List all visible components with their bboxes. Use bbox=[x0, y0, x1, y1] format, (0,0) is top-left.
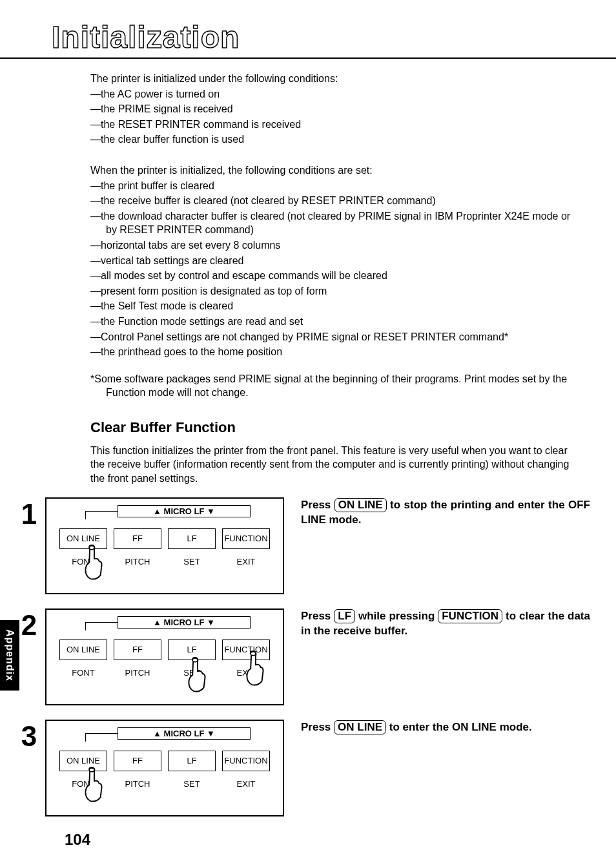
body-column: The printer is initialized under the fol… bbox=[90, 72, 577, 486]
init-item: —all modes set by control and escape com… bbox=[90, 269, 577, 283]
panel-button-online: ON LINE bbox=[59, 639, 107, 660]
init-item: —the Self Test mode is cleared bbox=[90, 299, 577, 313]
section-body: This function initializes the printer fr… bbox=[90, 444, 577, 486]
intro-lead: The printer is initialized under the fol… bbox=[90, 72, 577, 86]
panel-label-pitch: PITCH bbox=[114, 779, 161, 789]
section-heading: Clear Buffer Function bbox=[90, 419, 577, 436]
step-instruction: Press LF while pressing FUNCTION to clea… bbox=[301, 608, 590, 639]
control-panel-diagram: ▲ MICRO LF ▼ ON LINE FF LF FUNCTION FONT… bbox=[45, 720, 284, 816]
micro-lf-label: ▲ MICRO LF ▼ bbox=[118, 727, 251, 740]
control-panel-diagram: ▲ MICRO LF ▼ ON LINE FF LF FUNCTION FONT… bbox=[45, 608, 284, 705]
intro-item: —the PRIME signal is received bbox=[90, 102, 577, 116]
control-panel-diagram: ▲ MICRO LF ▼ ON LINE FF LF FUNCTION FONT… bbox=[45, 497, 284, 594]
init-item: —the receive buffer is cleared (not clea… bbox=[90, 194, 577, 208]
micro-lf-label: ▲ MICRO LF ▼ bbox=[118, 505, 251, 517]
finger-press-icon bbox=[79, 544, 107, 581]
panel-button-ff: FF bbox=[114, 528, 161, 549]
key-function: FUNCTION bbox=[438, 609, 502, 623]
panel-button-lf: LF bbox=[168, 528, 216, 549]
init-item: —the download character buffer is cleare… bbox=[90, 209, 577, 237]
panel-label-pitch: PITCH bbox=[114, 668, 161, 678]
init-lead: When the printer is initialized, the fol… bbox=[90, 163, 577, 178]
finger-press-icon bbox=[182, 656, 210, 694]
step-row: 1 ▲ MICRO LF ▼ ON LINE FF LF FUNCTION FO… bbox=[13, 497, 590, 594]
panel-button-function: FUNCTION bbox=[222, 528, 270, 549]
svg-point-0 bbox=[89, 546, 94, 550]
panel-button-ff: FF bbox=[114, 751, 161, 771]
key-online: ON LINE bbox=[334, 720, 386, 734]
appendix-tab: Appendix bbox=[0, 620, 19, 691]
key-lf: LF bbox=[334, 609, 355, 623]
intro-item: —the RESET PRINTER command is received bbox=[90, 118, 577, 132]
svg-point-1 bbox=[192, 658, 198, 662]
intro-item: —the AC power is turned on bbox=[90, 87, 577, 101]
intro-item: —the clear buffer function is used bbox=[90, 132, 577, 147]
init-item: —the Function mode settings are read and… bbox=[90, 315, 577, 329]
init-item: —vertical tab settings are cleared bbox=[90, 254, 577, 268]
svg-point-3 bbox=[89, 768, 94, 772]
step-row: 2 ▲ MICRO LF ▼ ON LINE FF LF FUNCTION FO… bbox=[13, 608, 590, 705]
init-item: —present form position is designated as … bbox=[90, 284, 577, 298]
key-online: ON LINE bbox=[334, 498, 387, 512]
micro-lf-label: ▲ MICRO LF ▼ bbox=[118, 616, 251, 629]
page-title: Initialization bbox=[52, 19, 590, 55]
panel-label-font: FONT bbox=[59, 668, 107, 678]
panel-label-exit: EXIT bbox=[222, 557, 270, 567]
panel-button-function: FUNCTION bbox=[222, 751, 270, 771]
finger-press-icon bbox=[79, 766, 107, 804]
page-number: 104 bbox=[65, 831, 590, 849]
step-number: 3 bbox=[13, 722, 45, 751]
footnote: *Some software packages send PRIME signa… bbox=[90, 372, 577, 400]
init-item: —horizontal tabs are set every 8 columns bbox=[90, 238, 577, 253]
title-rule bbox=[0, 57, 616, 59]
step-row: 3 ▲ MICRO LF ▼ ON LINE FF LF FUNCTION FO… bbox=[13, 720, 590, 816]
init-item: —the printhead goes to the home position bbox=[90, 345, 577, 359]
panel-label-set: SET bbox=[168, 557, 216, 567]
finger-press-icon bbox=[240, 650, 269, 687]
step-instruction: Press ON LINE to stop the print­ing and … bbox=[301, 497, 590, 528]
svg-point-2 bbox=[251, 652, 256, 656]
init-item: —the print buffer is cleared bbox=[90, 179, 577, 193]
panel-label-exit: EXIT bbox=[222, 779, 270, 789]
step-number: 1 bbox=[13, 500, 45, 528]
panel-button-ff: FF bbox=[114, 639, 161, 660]
panel-button-lf: LF bbox=[168, 751, 216, 771]
panel-label-set: SET bbox=[168, 779, 216, 789]
step-instruction: Press ON LINE to enter the ON LINE mode. bbox=[301, 720, 590, 735]
panel-label-pitch: PITCH bbox=[114, 557, 161, 567]
init-item: —Control Panel settings are not changed … bbox=[90, 330, 577, 344]
